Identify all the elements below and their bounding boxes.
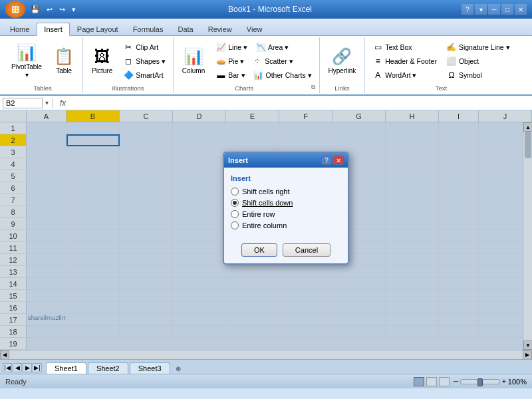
page-break-view-button[interactable]	[439, 377, 450, 386]
dialog-titlebar: Insert ? ✕	[224, 153, 348, 168]
radio-option-shift-down[interactable]: Shift cells down	[231, 199, 341, 207]
object-label: Object	[459, 57, 479, 65]
shapes-button[interactable]: ◻ Shapes ▾	[120, 55, 169, 68]
cancel-button[interactable]: Cancel	[283, 243, 331, 257]
status-text: Ready	[5, 378, 27, 386]
text-group-label: Text	[369, 84, 513, 92]
column-chart-button[interactable]: 📊 Column	[178, 41, 209, 81]
symbol-icon: Ω	[446, 70, 457, 80]
other-charts-button[interactable]: 📊 Other Charts ▾	[250, 68, 315, 82]
tab-data[interactable]: Data	[170, 23, 200, 35]
sheet-navigation: |◀ ◀ ▶ ▶|	[3, 363, 42, 372]
insert-sheet-button[interactable]: ⊕	[172, 364, 185, 374]
minimize-button[interactable]: ─	[488, 4, 500, 15]
close-button[interactable]: ✕	[515, 4, 527, 15]
header-footer-button[interactable]: ≡ Header & Footer	[369, 55, 440, 68]
window-controls: ? ▾ ─ □ ✕	[462, 4, 527, 15]
undo-button[interactable]: ↩	[44, 4, 55, 15]
pie-chart-button[interactable]: 🥧 Pie ▾	[212, 55, 247, 68]
pivot-table-button[interactable]: 📊 PivotTable▾	[7, 41, 47, 81]
fx-label: fx	[57, 98, 68, 108]
column-chart-label: Column	[182, 67, 205, 75]
radio-entire-column-label: Entire column	[242, 221, 287, 229]
radio-entire-column[interactable]	[231, 221, 239, 229]
table-icon: 📋	[54, 47, 74, 66]
area-chart-button[interactable]: 📉 Area ▾	[252, 41, 292, 54]
signature-line-icon: ✍	[446, 43, 457, 52]
tab-review[interactable]: Review	[201, 23, 239, 35]
sheet-next-button[interactable]: ▶	[23, 363, 32, 372]
ribbon-toggle[interactable]: ▾	[475, 4, 487, 15]
radio-option-entire-column[interactable]: Entire column	[231, 221, 341, 229]
window-title: Book1 - Microsoft Excel	[78, 5, 462, 14]
page-layout-view-button[interactable]	[426, 377, 437, 386]
charts-expand-button[interactable]: ⧉	[311, 84, 315, 91]
dialog-footer: OK Cancel	[224, 239, 348, 263]
illustrations-group-label: Illustrations	[87, 84, 169, 92]
clip-art-button[interactable]: ✂ Clip Art	[120, 41, 169, 54]
radio-option-entire-row[interactable]: Entire row	[231, 210, 341, 218]
signature-line-button[interactable]: ✍ Signature Line ▾	[443, 41, 513, 54]
radio-option-shift-right[interactable]: Shift cells right	[231, 188, 341, 196]
zoom-out-button[interactable]: ─	[454, 378, 458, 385]
dialog-help-button[interactable]: ?	[321, 156, 332, 165]
ok-button[interactable]: OK	[241, 243, 277, 257]
links-group-label: Links	[324, 84, 361, 92]
wordart-button[interactable]: A WordArt ▾	[369, 68, 440, 82]
smartart-button[interactable]: 🔷 SmartArt	[120, 68, 169, 82]
radio-shift-right[interactable]	[231, 188, 239, 196]
sheet-tab-1[interactable]: Sheet1	[46, 362, 86, 374]
dialog-buttons: ? ✕	[321, 156, 344, 165]
object-button[interactable]: ⬜ Object	[443, 55, 513, 68]
redo-button[interactable]: ↪	[57, 4, 68, 15]
radio-shift-right-label: Shift cells right	[242, 188, 290, 196]
help-button[interactable]: ?	[462, 4, 473, 15]
office-button[interactable]: ⊞	[5, 1, 25, 18]
radio-entire-row[interactable]	[231, 210, 239, 218]
other-charts-icon: 📊	[253, 70, 264, 80]
radio-shift-down[interactable]	[231, 199, 239, 207]
bar-chart-button[interactable]: ▬ Bar ▾	[212, 68, 248, 82]
tab-home[interactable]: Home	[3, 23, 37, 35]
symbol-button[interactable]: Ω Symbol	[443, 68, 513, 82]
zoom-control: ─ + 100%	[454, 378, 527, 386]
tab-page-layout[interactable]: Page Layout	[70, 23, 126, 35]
qat-dropdown[interactable]: ▾	[69, 4, 78, 15]
ribbon-group-illustrations: 🖼 Picture ✂ Clip Art ◻ Shapes ▾ 🔷 SmartA…	[83, 37, 174, 93]
zoom-slider[interactable]	[460, 379, 500, 384]
object-icon: ⬜	[446, 57, 457, 66]
formula-bar: ▾ fx	[0, 96, 532, 110]
hyperlink-button[interactable]: 🔗 Hyperlink	[324, 41, 361, 81]
other-charts-label: Other Charts ▾	[266, 71, 312, 79]
tab-formulas[interactable]: Formulas	[126, 23, 171, 35]
save-button[interactable]: 💾	[28, 4, 43, 15]
sheet-tab-3[interactable]: Sheet3	[130, 362, 170, 374]
line-chart-button[interactable]: 📈 Line ▾	[212, 41, 251, 54]
zoom-thumb[interactable]	[477, 378, 483, 386]
text-box-label: Text Box	[385, 43, 412, 51]
status-bar: Ready ─ + 100%	[0, 374, 532, 388]
text-box-button[interactable]: ▭ Text Box	[369, 41, 440, 54]
sheet-last-button[interactable]: ▶|	[33, 363, 42, 372]
name-box-dropdown[interactable]: ▾	[45, 99, 49, 106]
modal-overlay: Insert ? ✕ Insert Shift cells right Shif…	[0, 110, 532, 359]
formula-input[interactable]	[71, 99, 529, 107]
picture-button[interactable]: 🖼 Picture	[87, 41, 117, 81]
title-bar: ⊞ 💾 ↩ ↪ ▾ Book1 - Microsoft Excel ? ▾ ─ …	[0, 0, 532, 19]
dialog-close-button[interactable]: ✕	[333, 156, 344, 165]
tab-view[interactable]: View	[239, 23, 270, 35]
radio-entire-row-label: Entire row	[242, 210, 275, 218]
sheet-tab-2[interactable]: Sheet2	[88, 362, 128, 374]
table-button[interactable]: 📋 Table	[49, 41, 78, 81]
dialog-body: Insert Shift cells right Shift cells dow…	[224, 168, 348, 239]
name-box[interactable]	[3, 98, 43, 108]
scatter-chart-button[interactable]: ⁘ Scatter ▾	[249, 55, 296, 68]
normal-view-button[interactable]	[414, 377, 424, 386]
sheet-prev-button[interactable]: ◀	[13, 363, 22, 372]
zoom-in-button[interactable]: +	[502, 378, 506, 385]
maximize-button[interactable]: □	[501, 4, 513, 15]
main-area: A B C D E F G H I J K L 1 2 3 4 5 6 7 8 …	[0, 110, 532, 359]
tab-insert[interactable]: Insert	[37, 23, 70, 36]
sheet-first-button[interactable]: |◀	[3, 363, 12, 372]
view-buttons	[414, 377, 450, 386]
